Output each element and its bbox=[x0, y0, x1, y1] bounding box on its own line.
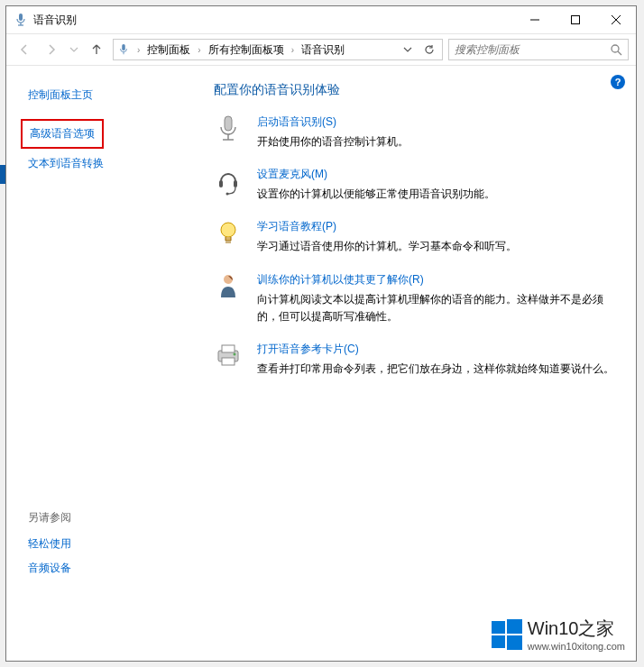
recent-dropdown[interactable] bbox=[68, 39, 80, 60]
tutorial-link[interactable]: 学习语音教程(P) bbox=[257, 219, 618, 234]
titlebar: 语音识别 bbox=[6, 6, 636, 33]
see-also-ease[interactable]: 轻松使用 bbox=[21, 533, 181, 555]
sidebar-home[interactable]: 控制面板主页 bbox=[21, 84, 181, 106]
search-icon[interactable] bbox=[610, 43, 622, 56]
svg-rect-22 bbox=[222, 358, 235, 365]
breadcrumb-item[interactable]: 所有控制面板项 bbox=[208, 42, 284, 58]
svg-rect-24 bbox=[492, 621, 505, 634]
search-input[interactable] bbox=[455, 43, 610, 56]
task-desc: 学习通过语音使用你的计算机。学习基本命令和听写。 bbox=[257, 238, 618, 255]
refresh-button[interactable] bbox=[420, 44, 438, 55]
minimize-button[interactable] bbox=[514, 6, 555, 33]
task-desc: 查看并打印常用命令列表，把它们放在身边，这样你就始终知道要说什么。 bbox=[257, 361, 618, 378]
window: 语音识别 bbox=[5, 5, 637, 662]
chevron-right-icon[interactable]: › bbox=[133, 45, 143, 55]
see-also-audio[interactable]: 音频设备 bbox=[21, 557, 181, 580]
microphone-icon bbox=[214, 114, 243, 143]
sidebar-advanced-speech[interactable]: 高级语音选项 bbox=[21, 119, 104, 149]
up-button[interactable] bbox=[86, 39, 107, 60]
window-title: 语音识别 bbox=[33, 13, 514, 28]
reference-card-link[interactable]: 打开语音参考卡片(C) bbox=[257, 342, 618, 357]
setup-mic-link[interactable]: 设置麦克风(M) bbox=[257, 167, 618, 182]
task-item: 打开语音参考卡片(C) 查看并打印常用命令列表，把它们放在身边，这样你就始终知道… bbox=[214, 342, 618, 378]
forward-button[interactable] bbox=[41, 39, 62, 60]
body: ? 控制面板主页 高级语音选项 文本到语音转换 另请参阅 轻松使用 音频设备 配… bbox=[6, 66, 636, 661]
main-content: 配置你的语音识别体验 启动语音识别(S) 开始使用你的语音控制计算机。 bbox=[196, 66, 636, 661]
svg-line-10 bbox=[618, 51, 621, 55]
window-controls bbox=[514, 6, 636, 33]
help-icon[interactable]: ? bbox=[611, 75, 625, 89]
search-box[interactable] bbox=[448, 39, 629, 60]
page-heading: 配置你的语音识别体验 bbox=[214, 82, 618, 98]
task-desc: 开始使用你的语音控制计算机。 bbox=[257, 133, 618, 151]
svg-rect-14 bbox=[219, 180, 223, 187]
svg-rect-11 bbox=[225, 116, 232, 131]
train-link[interactable]: 训练你的计算机以使其更了解你(R) bbox=[257, 272, 618, 288]
svg-rect-25 bbox=[507, 619, 522, 634]
headset-icon bbox=[214, 167, 243, 196]
task-desc: 设置你的计算机以便能够正常使用语音识别功能。 bbox=[257, 186, 618, 203]
watermark-title: Win10之家 bbox=[528, 617, 625, 641]
back-button[interactable] bbox=[14, 39, 35, 60]
svg-point-16 bbox=[226, 193, 229, 196]
printer-icon bbox=[214, 342, 243, 370]
svg-rect-26 bbox=[492, 635, 505, 648]
close-button[interactable] bbox=[595, 6, 636, 33]
task-item: 设置麦克风(M) 设置你的计算机以便能够正常使用语音识别功能。 bbox=[214, 167, 618, 203]
svg-point-19 bbox=[224, 275, 233, 284]
maximize-button[interactable] bbox=[555, 6, 595, 33]
svg-rect-0 bbox=[19, 14, 23, 21]
breadcrumb-item[interactable]: 语音识别 bbox=[301, 42, 345, 58]
watermark: Win10之家 www.win10xitong.com bbox=[492, 617, 625, 652]
address-dropdown[interactable] bbox=[399, 45, 417, 54]
svg-rect-7 bbox=[122, 44, 125, 50]
svg-rect-15 bbox=[234, 180, 237, 187]
watermark-url: www.win10xitong.com bbox=[528, 641, 625, 652]
task-item: 启动语音识别(S) 开始使用你的语音控制计算机。 bbox=[214, 114, 618, 151]
breadcrumb-item[interactable]: 控制面板 bbox=[147, 42, 190, 58]
address-bar[interactable]: › 控制面板 › 所有控制面板项 › 语音识别 bbox=[113, 39, 443, 60]
task-desc: 向计算机阅读文本以提高计算机理解你的语音的能力。这样做并不是必须的，但可以提高听… bbox=[257, 291, 618, 325]
person-icon bbox=[214, 272, 243, 301]
svg-point-23 bbox=[234, 352, 236, 355]
microphone-icon bbox=[14, 13, 28, 27]
windows-logo-icon bbox=[492, 619, 522, 650]
start-speech-link[interactable]: 启动语音识别(S) bbox=[257, 114, 618, 130]
chevron-right-icon[interactable]: › bbox=[194, 45, 204, 55]
svg-point-17 bbox=[221, 223, 235, 237]
task-item: 学习语音教程(P) 学习通过语音使用你的计算机。学习基本命令和听写。 bbox=[214, 219, 618, 255]
navbar: › 控制面板 › 所有控制面板项 › 语音识别 bbox=[6, 33, 636, 66]
sidebar: 控制面板主页 高级语音选项 文本到语音转换 另请参阅 轻松使用 音频设备 bbox=[6, 66, 196, 661]
svg-rect-4 bbox=[571, 16, 579, 24]
sidebar-text-to-speech[interactable]: 文本到语音转换 bbox=[21, 152, 181, 175]
svg-point-9 bbox=[612, 45, 619, 52]
svg-rect-21 bbox=[222, 345, 235, 352]
svg-rect-27 bbox=[507, 635, 522, 650]
see-also-label: 另请参阅 bbox=[21, 507, 181, 529]
chevron-right-icon[interactable]: › bbox=[288, 45, 298, 55]
lightbulb-icon bbox=[214, 219, 243, 248]
task-item: 训练你的计算机以使其更了解你(R) 向计算机阅读文本以提高计算机理解你的语音的能… bbox=[214, 272, 618, 325]
microphone-icon bbox=[117, 43, 130, 56]
